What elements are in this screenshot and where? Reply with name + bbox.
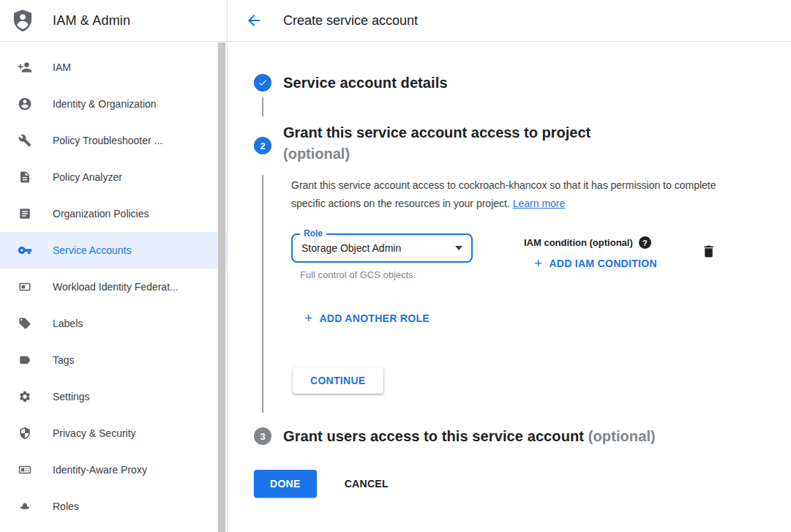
iam-condition-block: IAM condition (optional) ? + ADD IAM CON… [524, 233, 657, 270]
role-select[interactable]: Role Storage Object Admin [291, 233, 473, 263]
learn-more-link[interactable]: Learn more [513, 198, 566, 209]
back-arrow-icon[interactable] [245, 12, 263, 29]
add-another-role-button[interactable]: + ADD ANOTHER ROLE [304, 311, 430, 325]
continue-button[interactable]: CONTINUE [293, 367, 383, 394]
add-iam-condition-button[interactable]: + ADD IAM CONDITION [534, 256, 657, 270]
sidebar-scrollbar-track [217, 42, 226, 532]
sidebar-item-iam[interactable]: IAM [0, 49, 227, 86]
sidebar-item-label: Policy Troubleshooter ... [53, 135, 162, 146]
sidebar-nav: IAM Identity & Organization Policy Troub… [0, 42, 227, 525]
sidebar-item-label: Service Accounts [53, 244, 131, 256]
sidebar-item-privacy-security[interactable]: Privacy & Security [0, 415, 227, 452]
sidebar-item-label: Identity & Organization [53, 98, 157, 110]
app-title: IAM & Admin [53, 13, 130, 29]
sidebar-item-label: Organization Policies [53, 208, 149, 220]
step2-body: Grant this service account access to coc… [262, 175, 791, 413]
app-window: IAM & Admin IAM Identity & Organization … [0, 0, 791, 532]
person-add-icon [18, 60, 32, 75]
sidebar-item-tags[interactable]: Tags [0, 342, 227, 378]
sidebar-item-label: Tags [53, 354, 75, 366]
policy-analyzer-icon [18, 170, 32, 184]
step-connector-line [262, 97, 263, 116]
sidebar-item-roles[interactable]: Roles [0, 488, 227, 525]
role-select-label: Role [300, 228, 326, 239]
sidebar-item-label: Settings [53, 391, 90, 402]
done-button[interactable]: DONE [254, 470, 317, 498]
sidebar-item-organization-policies[interactable]: Organization Policies [0, 195, 227, 232]
wrench-icon [18, 133, 32, 148]
sidebar-item-label: Privacy & Security [53, 427, 136, 439]
main-panel: Create service account Service account d… [228, 0, 791, 532]
dropdown-caret-icon [455, 246, 462, 250]
iam-condition-label: IAM condition (optional) [524, 237, 633, 248]
plus-icon: + [304, 311, 312, 325]
step2-heading: 2 Grant this service account access to p… [254, 122, 791, 165]
help-icon[interactable]: ? [639, 236, 651, 249]
sidebar-item-labels[interactable]: Labels [0, 305, 227, 342]
settings-gear-icon [18, 389, 32, 404]
step3-row: 3 Grant users access to this service acc… [254, 427, 791, 445]
organization-policies-icon [18, 206, 32, 221]
sidebar-item-label: Labels [53, 318, 83, 329]
step3-title: Grant users access to this service accou… [283, 428, 656, 445]
step2-optional-label: (optional) [283, 143, 591, 165]
step3-optional-label: (optional) [588, 428, 656, 444]
sidebar-item-identity-organization[interactable]: Identity & Organization [0, 86, 227, 122]
step3-number-badge: 3 [254, 427, 271, 445]
step2-number-badge: 2 [254, 137, 271, 154]
step1-row: Service account details [254, 74, 791, 91]
workload-identity-icon [18, 280, 32, 294]
identity-aware-proxy-icon [18, 462, 32, 477]
sidebar: IAM & Admin IAM Identity & Organization … [0, 0, 228, 532]
sidebar-item-policy-analyzer[interactable]: Policy Analyzer [0, 159, 227, 195]
delete-role-trash-icon[interactable] [701, 244, 716, 261]
labels-icon [18, 316, 32, 331]
identity-organization-icon [18, 97, 32, 111]
tags-icon [18, 353, 32, 367]
page-title: Create service account [283, 13, 418, 29]
roles-hat-icon [18, 499, 32, 514]
role-helper-text: Full control of GCS objects. [300, 269, 473, 280]
step1-title: Service account details [283, 75, 448, 91]
privacy-security-shield-icon [18, 426, 32, 441]
stepper-content: Service account details 2 Grant this ser… [228, 42, 791, 498]
sidebar-item-label: Roles [53, 501, 79, 512]
sidebar-item-service-accounts[interactable]: Service Accounts [0, 232, 227, 269]
page-header: Create service account [228, 0, 791, 42]
plus-icon: + [534, 256, 542, 270]
sidebar-item-settings[interactable]: Settings [0, 378, 227, 415]
form-actions: DONE CANCEL [254, 470, 791, 498]
service-accounts-icon [18, 243, 32, 258]
sidebar-item-policy-troubleshooter[interactable]: Policy Troubleshooter ... [0, 122, 227, 159]
sidebar-scrollbar-thumb[interactable] [218, 42, 225, 532]
role-select-value: Storage Object Admin [301, 242, 401, 254]
cancel-button[interactable]: CANCEL [340, 477, 393, 490]
iam-admin-shield-icon [10, 8, 35, 33]
sidebar-item-label: Policy Analyzer [53, 171, 122, 183]
sidebar-item-label: IAM [53, 61, 71, 73]
step1-complete-check-icon [254, 74, 271, 91]
sidebar-item-workload-identity-federation[interactable]: Workload Identity Federat... [0, 269, 227, 305]
step2-title: Grant this service account access to pro… [283, 122, 591, 143]
sidebar-item-label: Workload Identity Federat... [53, 281, 179, 293]
step2-description: Grant this service account access to coc… [291, 179, 716, 209]
sidebar-item-label: Identity-Aware Proxy [53, 464, 147, 476]
sidebar-item-identity-aware-proxy[interactable]: Identity-Aware Proxy [0, 452, 227, 488]
role-row: Role Storage Object Admin Full control o… [291, 233, 791, 280]
sidebar-header: IAM & Admin [0, 0, 227, 42]
